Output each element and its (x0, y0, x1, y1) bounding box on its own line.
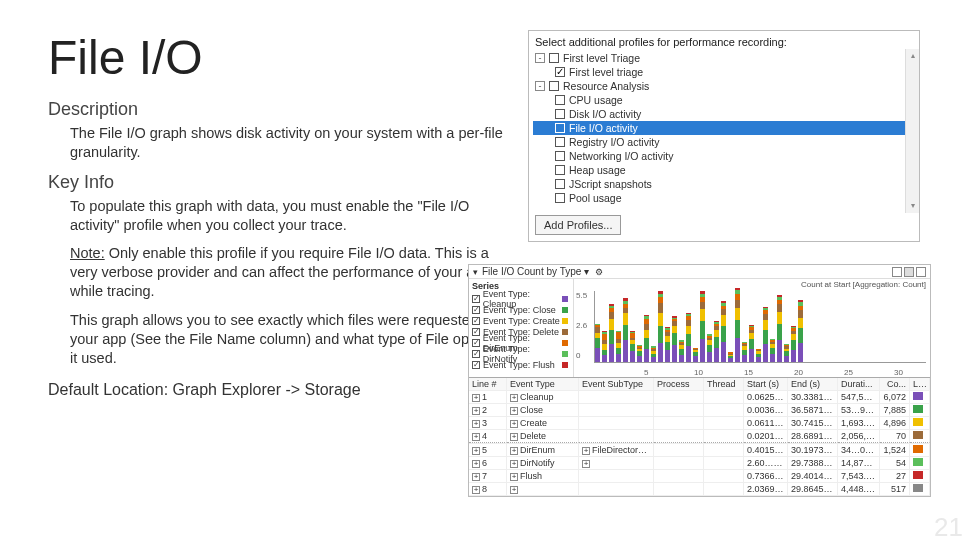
row-expander-icon[interactable]: + (472, 460, 480, 468)
chart-bar (784, 344, 789, 362)
row-expander-icon[interactable]: + (510, 433, 518, 441)
add-profiles-button[interactable]: Add Profiles... (535, 215, 621, 235)
note-text: Only enable this profile if you require … (70, 245, 490, 299)
tree-expander-icon[interactable]: - (535, 81, 545, 91)
table-column-header[interactable]: Legend (910, 378, 930, 390)
checkbox[interactable] (555, 109, 565, 119)
chart-bar (609, 304, 614, 362)
row-expander-icon[interactable]: + (472, 447, 480, 455)
chart-bar (672, 316, 677, 362)
chart-view-mode-2[interactable] (904, 267, 914, 277)
profile-tree[interactable]: -First level TriageFirst level triage-Re… (529, 51, 919, 211)
default-location: Default Location: Graph Explorer -> Stor… (48, 381, 520, 399)
scrollbar-vertical[interactable] (905, 49, 919, 213)
profile-item[interactable]: Heap usage (533, 163, 915, 177)
checkbox[interactable] (555, 179, 565, 189)
table-row[interactable]: +3+Create0.06111…30.74151…1,693.45…4,896 (469, 417, 930, 430)
checkbox[interactable] (555, 137, 565, 147)
legend-item[interactable]: Event Type: Cleanup (472, 293, 570, 304)
tree-expander-icon[interactable]: - (535, 53, 545, 63)
profile-item-label: First level Triage (563, 51, 640, 65)
legend-swatch (913, 458, 923, 466)
checkbox[interactable] (472, 350, 480, 358)
table-column-header[interactable]: Thread (704, 378, 744, 390)
page-title: File I/O (48, 30, 520, 85)
row-expander-icon[interactable]: + (510, 460, 518, 468)
chart-plot-area[interactable]: Count at Start [Aggregation: Count] 5.52… (574, 279, 930, 377)
table-row[interactable]: +5+DirEnum+FileDirectoryInformation0.401… (469, 444, 930, 457)
profile-item[interactable]: Registry I/O activity (533, 135, 915, 149)
checkbox[interactable] (549, 81, 559, 91)
chart-view-mode-1[interactable] (892, 267, 902, 277)
profile-item[interactable]: First level triage (533, 65, 915, 79)
legend-swatch (562, 340, 568, 346)
checkbox[interactable] (472, 317, 480, 325)
legend-swatch (562, 307, 568, 313)
row-expander-icon[interactable]: + (510, 473, 518, 481)
checkbox[interactable] (549, 53, 559, 63)
row-expander-icon[interactable]: + (472, 473, 480, 481)
profile-item[interactable]: -Resource Analysis (533, 79, 915, 93)
row-expander-icon[interactable]: + (472, 486, 480, 494)
chart-data-table[interactable]: Line #Event TypeEvent SubTypeProcessThre… (469, 377, 930, 496)
chart-bar (637, 345, 642, 362)
table-column-header[interactable]: Event SubType (579, 378, 654, 390)
checkbox[interactable] (555, 95, 565, 105)
legend-swatch (913, 418, 923, 426)
checkbox[interactable] (472, 339, 480, 347)
row-expander-icon[interactable]: + (510, 447, 518, 455)
table-row[interactable]: +1+Cleanup0.0625…30.33815…547,529…6,072 (469, 391, 930, 404)
chart-view-mode-3[interactable] (916, 267, 926, 277)
table-row[interactable]: +6+DirNotify+2.60…503…29.73880…14,872.5…… (469, 457, 930, 470)
note-label: Note: (70, 245, 105, 261)
profile-item[interactable]: File I/O activity (533, 121, 915, 135)
table-row[interactable]: +7+Flush0.736622…29.40142…7,543.11…27 (469, 470, 930, 483)
legend-item[interactable]: Event Type: Create (472, 315, 570, 326)
profile-item[interactable]: Networking I/O activity (533, 149, 915, 163)
checkbox[interactable] (555, 67, 565, 77)
x-axis-tick: 10 (694, 368, 703, 377)
table-column-header[interactable]: Co... (880, 378, 910, 390)
checkbox[interactable] (555, 165, 565, 175)
chart-bar (616, 331, 621, 362)
table-row[interactable]: +8+2.03692…29.86454…4,448.8…517 (469, 483, 930, 496)
profile-item[interactable]: CPU usage (533, 93, 915, 107)
checkbox[interactable] (555, 151, 565, 161)
checkbox[interactable] (472, 295, 480, 303)
checkbox[interactable] (472, 306, 480, 314)
checkbox[interactable] (555, 123, 565, 133)
profile-item[interactable]: -First level Triage (533, 51, 915, 65)
row-expander-icon[interactable]: + (472, 433, 480, 441)
checkbox[interactable] (472, 328, 480, 336)
profile-item-label: Disk I/O activity (569, 107, 641, 121)
chart-bar (595, 324, 600, 362)
chart-panel: ▾ File I/O Count by Type ▾ ⚙ Series Even… (468, 264, 931, 497)
legend-item[interactable]: Event Type: DirNotify (472, 348, 570, 359)
chevron-down-icon[interactable]: ▾ (473, 267, 478, 277)
table-column-header[interactable]: Line # (469, 378, 507, 390)
table-row[interactable]: +2+Close0.00369…36.58714…53…920…7,885 (469, 404, 930, 417)
row-expander-icon[interactable]: + (472, 394, 480, 402)
table-column-header[interactable]: Durati... (838, 378, 880, 390)
row-expander-icon[interactable]: + (510, 407, 518, 415)
row-expander-icon[interactable]: + (510, 420, 518, 428)
row-expander-icon[interactable]: + (510, 486, 518, 494)
chart-bar (665, 327, 670, 362)
table-column-header[interactable]: Start (s) (744, 378, 788, 390)
row-expander-icon[interactable]: + (510, 394, 518, 402)
profile-item[interactable]: Pool usage (533, 191, 915, 205)
row-expander-icon[interactable]: + (472, 420, 480, 428)
checkbox[interactable] (555, 193, 565, 203)
profile-item-label: JScript snapshots (569, 177, 652, 191)
legend-item[interactable]: Event Type: Close (472, 304, 570, 315)
table-column-header[interactable]: End (s) (788, 378, 838, 390)
checkbox[interactable] (472, 361, 480, 369)
row-expander-icon[interactable]: + (472, 407, 480, 415)
table-column-header[interactable]: Process (654, 378, 704, 390)
table-row[interactable]: +4+Delete0.020158…28.68918…2,056,00370 (469, 430, 930, 444)
profile-item[interactable]: Disk I/O activity (533, 107, 915, 121)
chart-settings-icon[interactable]: ⚙ (595, 267, 603, 277)
table-column-header[interactable]: Event Type (507, 378, 579, 390)
legend-label: Event Type: Flush (483, 360, 555, 370)
profile-item[interactable]: JScript snapshots (533, 177, 915, 191)
